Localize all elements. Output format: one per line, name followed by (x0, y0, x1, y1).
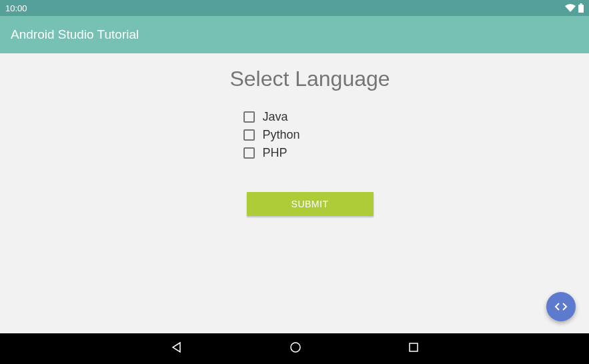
checkbox-icon (243, 111, 255, 123)
app-bar: Android Studio Tutorial (0, 16, 589, 53)
checkbox-label: Python (263, 128, 300, 142)
navigation-bar (0, 333, 589, 364)
checkbox-label: PHP (263, 146, 287, 160)
status-bar: 10:00 (0, 0, 589, 16)
checkbox-icon (243, 147, 255, 159)
app-title: Android Studio Tutorial (11, 27, 139, 42)
page-heading: Select Language (229, 67, 390, 91)
code-icon (554, 302, 568, 311)
submit-button[interactable]: SUBMIT (247, 192, 374, 216)
nav-recent-button[interactable] (408, 342, 419, 355)
back-icon (171, 341, 183, 353)
wifi-icon (565, 4, 576, 12)
checkbox-java[interactable]: Java (243, 110, 377, 124)
svg-rect-1 (580, 3, 582, 5)
checkbox-group: Java Python PHP (243, 110, 377, 164)
checkbox-python[interactable]: Python (243, 128, 377, 142)
battery-icon (578, 3, 584, 13)
status-icons (565, 3, 584, 13)
nav-home-button[interactable] (289, 341, 302, 356)
checkbox-icon (243, 129, 255, 141)
recent-icon (408, 342, 419, 353)
checkbox-label: Java (263, 110, 288, 124)
home-icon (289, 341, 302, 353)
fab-code-button[interactable] (546, 292, 576, 321)
main-content: Select Language Java Python PHP SUBMIT (0, 53, 589, 216)
nav-back-button[interactable] (171, 341, 183, 356)
checkbox-php[interactable]: PHP (243, 146, 377, 160)
svg-rect-0 (578, 5, 584, 13)
svg-point-2 (291, 343, 300, 352)
status-time: 10:00 (5, 3, 27, 13)
svg-rect-3 (410, 343, 418, 351)
